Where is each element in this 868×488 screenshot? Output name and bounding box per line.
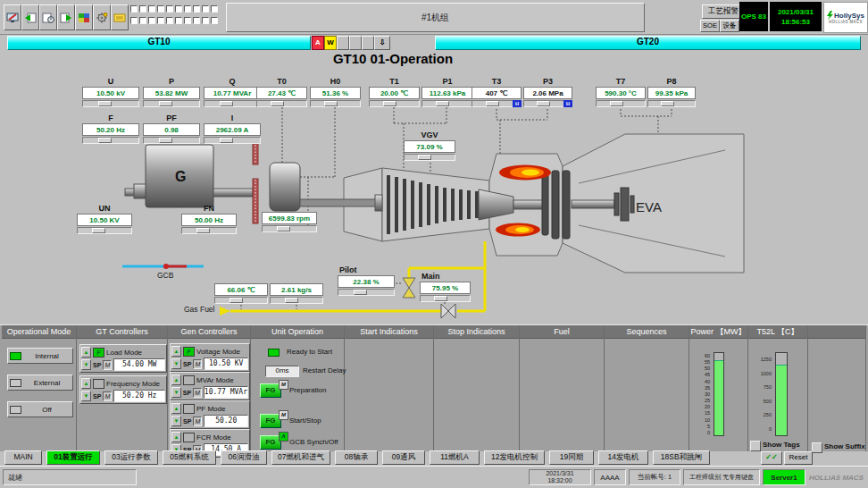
status-ready: 就绪 bbox=[3, 469, 137, 485]
mode-active-flag bbox=[93, 379, 104, 389]
col-header: Operational Mode bbox=[2, 325, 76, 339]
trend-bar bbox=[204, 100, 261, 107]
meas-label: P8 bbox=[647, 77, 696, 87]
show-tags-checkbox[interactable] bbox=[750, 441, 761, 451]
col-header: Sequences bbox=[605, 325, 689, 339]
setpoint-field[interactable]: 54.00 MW bbox=[113, 358, 165, 371]
meas-value: 27.43 ℃ bbox=[256, 87, 307, 99]
ready-to-start-indicator bbox=[268, 349, 280, 357]
manual-flag: M bbox=[103, 391, 112, 401]
tab-11-turbine-a[interactable]: 11燃机A bbox=[430, 450, 480, 465]
lower-button[interactable]: ▼ bbox=[171, 416, 181, 426]
voltage-mode-group: ▲FVoltage Mode ▼SPM10.50 KV bbox=[170, 343, 250, 372]
trend-bar bbox=[420, 295, 471, 302]
gas-fuel-label: Gas Fuel bbox=[184, 305, 215, 314]
setpoint-field[interactable]: 50.20 bbox=[204, 415, 248, 427]
controller-mode-label: MVAr Mode bbox=[196, 376, 234, 384]
meas-pilot: Pilot22.38 % bbox=[338, 265, 395, 296]
reset-button[interactable]: Reset bbox=[784, 451, 813, 465]
mode-active-flag: F bbox=[93, 348, 104, 358]
trend-bar bbox=[404, 154, 455, 161]
t52l-gauge-ticks: 125010007505002500 bbox=[754, 357, 772, 432]
tab-06-lube-oil[interactable]: 06润滑油 bbox=[221, 450, 267, 465]
tab-01-unit-operation[interactable]: 01装置运行 bbox=[46, 450, 100, 465]
tab-14-generator[interactable]: 14发电机 bbox=[598, 450, 648, 465]
exhaust-label: EVA bbox=[636, 199, 662, 215]
mode-internal-button[interactable]: Internal bbox=[7, 348, 73, 364]
off-indicator bbox=[10, 406, 21, 414]
meas-value: 51.36 % bbox=[310, 87, 361, 99]
start-stop-label: Start/Stop bbox=[289, 416, 321, 425]
meas-value: 10.50 kV bbox=[82, 87, 139, 99]
controller-mode-label: Frequency Mode bbox=[106, 380, 160, 388]
raise-button[interactable]: ▲ bbox=[171, 432, 181, 442]
meas-t7: T7590.30 °C bbox=[596, 77, 646, 107]
meas-value: 50.20 Hz bbox=[82, 123, 139, 136]
lower-button[interactable]: ▼ bbox=[81, 391, 91, 401]
trend-bar bbox=[143, 137, 200, 144]
meas-fn: FN50.00 Hz bbox=[181, 204, 237, 234]
status-code: AAAA bbox=[594, 469, 626, 485]
meas-value: 407 ℃ bbox=[472, 87, 522, 99]
meas-main: Main75.95 % bbox=[420, 272, 471, 302]
raise-button[interactable]: ▲ bbox=[81, 347, 91, 358]
tab-09-ventilation[interactable]: 09通风 bbox=[382, 450, 425, 465]
pf-mode-group: ▲PF Mode ▼SPM50.20 bbox=[170, 400, 250, 429]
col-stop-indications: Stop Indications bbox=[434, 325, 520, 451]
meas-label: UN bbox=[77, 204, 132, 214]
lower-button[interactable]: ▼ bbox=[81, 359, 91, 370]
trend-bar bbox=[214, 297, 268, 304]
sp-label: SP bbox=[183, 390, 191, 396]
col-header: Stop Indications bbox=[434, 325, 519, 339]
meas-t1: T120.00 ℃ bbox=[369, 77, 420, 107]
status-server: Server1 bbox=[763, 469, 805, 485]
tab-05-fuel-system[interactable]: 05燃料系统 bbox=[163, 450, 216, 465]
trend-bar bbox=[270, 297, 323, 304]
load-mode-group: ▲FLoad Mode ▼SPM54.00 MW bbox=[79, 344, 167, 373]
lower-button[interactable]: ▼ bbox=[171, 358, 181, 369]
meas-value: 6599.83 rpm bbox=[262, 212, 317, 224]
mode-label: Off bbox=[21, 406, 72, 414]
tab-07-turbine-intake[interactable]: 07燃机和进气 bbox=[271, 450, 330, 465]
tab-main[interactable]: MAIN bbox=[4, 450, 42, 465]
tab-18-sb-trip[interactable]: 18SB和跳闸 bbox=[653, 450, 710, 465]
setpoint-field[interactable]: 50.20 Hz bbox=[113, 390, 165, 402]
gcb-synch-label: GCB Synch/Off bbox=[289, 438, 338, 446]
show-suffix-checkbox[interactable] bbox=[812, 442, 822, 453]
col-fuel: Fuel bbox=[520, 325, 605, 451]
status-bar: 就绪 2021/3/31 18:32:00 AAAA 当前帐号: 1 工程师级别… bbox=[0, 466, 868, 488]
meas-label: P bbox=[143, 77, 200, 87]
tab-03-operating-params[interactable]: 03运行参数 bbox=[104, 450, 158, 465]
restart-delay-value: 0ms bbox=[265, 366, 299, 377]
meas-value: 0.98 bbox=[143, 123, 200, 136]
ready-to-start-label: Ready to Start bbox=[287, 348, 332, 356]
lower-button[interactable]: ▼ bbox=[171, 387, 181, 398]
preparation-fg-button[interactable]: FGM bbox=[260, 383, 281, 398]
tab-12-generator-control[interactable]: 12发电机控制 bbox=[484, 450, 545, 465]
tab-08-bearings[interactable]: 08轴承 bbox=[335, 450, 378, 465]
meas-label: Q bbox=[204, 77, 261, 87]
meas-label: PF bbox=[143, 114, 200, 123]
status-account: 当前帐号: 1 bbox=[629, 469, 680, 485]
meas-label: FN bbox=[181, 204, 237, 214]
acknowledge-check-button[interactable]: ✓✓ bbox=[761, 451, 782, 465]
setpoint-field[interactable]: 10.77 MVAr bbox=[204, 386, 248, 399]
raise-button[interactable]: ▲ bbox=[171, 374, 181, 385]
meas-value: 53.82 MW bbox=[143, 87, 200, 99]
start-stop-fg-button[interactable]: FGM bbox=[260, 414, 281, 428]
trend-bar bbox=[143, 100, 200, 107]
mode-off-button[interactable]: Off bbox=[7, 401, 73, 417]
tab-19-synchronization[interactable]: 19同期 bbox=[549, 450, 594, 465]
manual-sup-flag: M bbox=[279, 380, 288, 390]
raise-button[interactable]: ▲ bbox=[171, 346, 181, 357]
raise-button[interactable]: ▲ bbox=[171, 403, 181, 414]
mode-external-button[interactable]: External bbox=[7, 374, 73, 391]
trend-bar bbox=[204, 137, 261, 144]
status-date: 2021/3/31 bbox=[546, 470, 573, 477]
meas-label: F bbox=[82, 114, 139, 123]
setpoint-field[interactable]: 10.50 KV bbox=[204, 358, 248, 370]
gcb-synch-fg-button[interactable]: FGA bbox=[260, 435, 281, 450]
col-header: Gen Controllers bbox=[168, 325, 250, 339]
raise-button[interactable]: ▲ bbox=[81, 378, 91, 389]
col-header: Unit Operation bbox=[251, 325, 344, 339]
